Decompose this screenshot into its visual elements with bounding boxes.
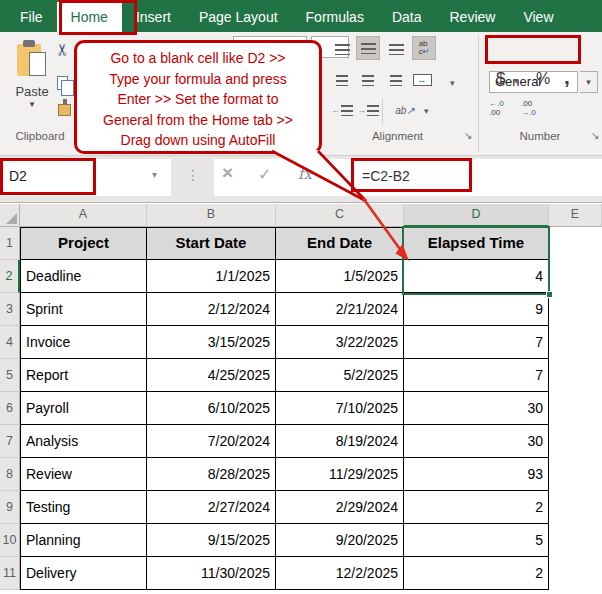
cancel-icon[interactable]: × [222, 162, 233, 184]
cell-E10[interactable] [549, 524, 602, 557]
cell-B1[interactable]: Start Date [147, 227, 276, 260]
decrease-decimal-button[interactable]: .00→.0 [521, 99, 536, 117]
currency-chevron-icon[interactable]: ▾ [514, 76, 519, 86]
cell-D7[interactable]: 30 [404, 425, 549, 458]
align-bottom-button[interactable] [384, 37, 408, 61]
formula-bar-grip-icon[interactable]: ⋮ [186, 167, 200, 183]
cell-D6[interactable]: 30 [404, 392, 549, 425]
cell-A4[interactable]: Invoice [20, 326, 147, 359]
cell-A2[interactable]: Deadline [20, 260, 147, 293]
cell-A11[interactable]: Delivery [20, 557, 147, 590]
cell-A5[interactable]: Report [20, 359, 147, 392]
align-left-button[interactable] [330, 68, 354, 92]
cell-B4[interactable]: 3/15/2025 [147, 326, 276, 359]
cell-C10[interactable]: 9/20/2025 [276, 524, 404, 557]
cell-B9[interactable]: 2/27/2024 [147, 491, 276, 524]
name-box-chevron-icon[interactable]: ▾ [152, 169, 157, 180]
fill-handle[interactable] [546, 291, 553, 298]
cell-D4[interactable]: 7 [404, 326, 549, 359]
name-box[interactable]: D2 [1, 159, 171, 196]
decrease-indent-button[interactable]: ← [330, 98, 354, 122]
comma-format-button[interactable]: , [564, 65, 570, 89]
insert-function-icon[interactable]: fx [298, 165, 312, 183]
cell-A7[interactable]: Analysis [20, 425, 147, 458]
cell-C9[interactable]: 2/29/2024 [276, 491, 404, 524]
cell-A10[interactable]: Planning [20, 524, 147, 557]
column-header-E[interactable]: E [549, 204, 602, 227]
alignment-dialog-launcher-icon[interactable]: ↘ [464, 130, 472, 141]
cell-B6[interactable]: 6/10/2025 [147, 392, 276, 425]
merge-center-button[interactable]: ↔ [410, 68, 434, 92]
cell-C11[interactable]: 12/2/2025 [276, 557, 404, 590]
tab-review[interactable]: Review [436, 2, 510, 32]
row-header-4[interactable]: 4 [0, 326, 20, 359]
cell-B10[interactable]: 9/15/2025 [147, 524, 276, 557]
cell-E1[interactable] [549, 227, 602, 260]
cell-E9[interactable] [549, 491, 602, 524]
increase-decimal-button[interactable]: ←.0.00 [489, 99, 504, 117]
tab-page-layout[interactable]: Page Layout [185, 2, 292, 32]
cell-B11[interactable]: 11/30/2025 [147, 557, 276, 590]
cell-D3[interactable]: 9 [404, 293, 549, 326]
cell-B5[interactable]: 4/25/2025 [147, 359, 276, 392]
cell-D9[interactable]: 2 [404, 491, 549, 524]
tab-formulas[interactable]: Formulas [292, 2, 378, 32]
cell-E4[interactable] [549, 326, 602, 359]
cell-C5[interactable]: 5/2/2025 [276, 359, 404, 392]
cell-C8[interactable]: 11/29/2025 [276, 458, 404, 491]
column-header-C[interactable]: C [276, 204, 404, 227]
cell-B8[interactable]: 8/28/2025 [147, 458, 276, 491]
number-format-chevron-icon[interactable]: ▾ [580, 71, 598, 93]
column-header-B[interactable]: B [147, 204, 276, 227]
cut-icon[interactable]: ✂ [53, 43, 72, 56]
row-header-10[interactable]: 10 [0, 524, 20, 557]
cell-D5[interactable]: 7 [404, 359, 549, 392]
align-middle-button[interactable] [356, 36, 380, 60]
cell-B3[interactable]: 2/12/2024 [147, 293, 276, 326]
row-header-11[interactable]: 11 [0, 557, 20, 590]
cell-C1[interactable]: End Date [276, 227, 404, 260]
align-top-button[interactable] [330, 37, 354, 61]
cell-C7[interactable]: 8/19/2024 [276, 425, 404, 458]
cell-A1[interactable]: Project [20, 227, 147, 260]
enter-icon[interactable]: ✓ [258, 165, 271, 184]
column-header-A[interactable]: A [20, 204, 147, 227]
cell-E5[interactable] [549, 359, 602, 392]
cell-D10[interactable]: 5 [404, 524, 549, 557]
row-header-7[interactable]: 7 [0, 425, 20, 458]
cell-A9[interactable]: Testing [20, 491, 147, 524]
paste-button[interactable]: Paste ▾ [4, 38, 60, 130]
cell-E8[interactable] [549, 458, 602, 491]
align-right-button[interactable] [384, 68, 408, 92]
tab-data[interactable]: Data [378, 2, 436, 32]
currency-format-button[interactable]: $ [496, 69, 505, 89]
cell-B7[interactable]: 7/20/2024 [147, 425, 276, 458]
format-painter-icon[interactable] [58, 104, 71, 116]
select-all-corner[interactable] [0, 204, 20, 227]
cell-B2[interactable]: 1/1/2025 [147, 260, 276, 293]
row-header-5[interactable]: 5 [0, 359, 20, 392]
orientation-chevron-icon[interactable]: ▾ [424, 106, 429, 116]
cell-C4[interactable]: 3/22/2025 [276, 326, 404, 359]
cell-D11[interactable]: 2 [404, 557, 549, 590]
merge-chevron-icon[interactable]: ▾ [450, 78, 455, 88]
cell-E7[interactable] [549, 425, 602, 458]
tab-file[interactable]: File [6, 2, 57, 32]
row-header-8[interactable]: 8 [0, 458, 20, 491]
cell-E11[interactable] [549, 557, 602, 590]
tab-insert[interactable]: Insert [122, 2, 185, 32]
tab-home[interactable]: Home [57, 2, 122, 32]
row-header-1[interactable]: 1 [0, 227, 20, 260]
cell-E3[interactable] [549, 293, 602, 326]
number-dialog-launcher-icon[interactable]: ↘ [591, 130, 599, 141]
column-header-D[interactable]: D [404, 204, 549, 227]
row-header-3[interactable]: 3 [0, 293, 20, 326]
percent-format-button[interactable]: % [536, 70, 550, 88]
row-header-9[interactable]: 9 [0, 491, 20, 524]
orientation-button[interactable]: ab↗ [390, 98, 420, 122]
cell-E2[interactable] [549, 260, 602, 293]
cell-D8[interactable]: 93 [404, 458, 549, 491]
cell-C6[interactable]: 7/10/2025 [276, 392, 404, 425]
cell-A6[interactable]: Payroll [20, 392, 147, 425]
paste-chevron-icon[interactable]: ▾ [4, 99, 60, 109]
